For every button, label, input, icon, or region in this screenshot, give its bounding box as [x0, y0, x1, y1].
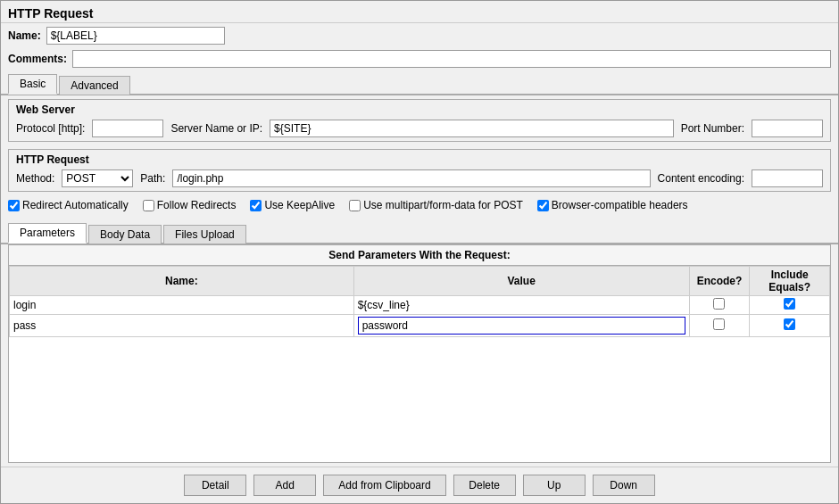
delete-button[interactable]: Delete	[453, 475, 516, 496]
use-multipart-checkbox[interactable]: Use multipart/form-data for POST	[349, 199, 523, 211]
inner-tab-bar: Parameters Body Data Files Upload	[1, 219, 838, 244]
row1-encode[interactable]	[689, 296, 750, 315]
use-keepalive-checkbox[interactable]: Use KeepAlive	[250, 199, 335, 211]
protocol-input[interactable]	[92, 120, 163, 137]
port-label: Port Number:	[681, 122, 744, 135]
table-row: login ${csv_line}	[10, 296, 830, 315]
name-label: Name:	[8, 29, 41, 42]
name-input[interactable]	[46, 27, 225, 45]
row1-value: ${csv_line}	[353, 296, 689, 315]
server-input[interactable]	[270, 120, 674, 137]
row2-value-input[interactable]	[358, 317, 685, 335]
comments-input[interactable]	[72, 50, 831, 68]
redirect-automatically-checkbox[interactable]: Redirect Automatically	[8, 199, 129, 211]
row1-include[interactable]	[750, 296, 830, 315]
row2-value[interactable]	[353, 315, 689, 337]
tab-files-upload[interactable]: Files Upload	[163, 225, 246, 244]
outer-tab-bar: Basic Advanced	[1, 70, 838, 95]
up-button[interactable]: Up	[523, 475, 586, 496]
window-title: HTTP Request	[1, 1, 838, 23]
follow-redirects-checkbox[interactable]: Follow Redirects	[143, 199, 237, 211]
params-header: Send Parameters With the Request:	[9, 245, 830, 266]
content-encoding-input[interactable]	[752, 169, 823, 187]
table-row: pass	[10, 315, 830, 337]
path-input[interactable]	[172, 169, 650, 187]
web-server-title: Web Server	[16, 103, 823, 116]
tab-advanced[interactable]: Advanced	[59, 76, 129, 95]
title-text: HTTP Request	[8, 6, 93, 21]
col-header-encode: Encode?	[689, 267, 750, 296]
method-select[interactable]: POST GET PUT DELETE HEAD OPTIONS	[62, 169, 133, 187]
content-encoding-label: Content encoding:	[658, 172, 744, 185]
row1-name: login	[10, 296, 354, 315]
server-label: Server Name or IP:	[170, 122, 262, 135]
name-row: Name:	[1, 23, 838, 48]
http-request-row: Method: POST GET PUT DELETE HEAD OPTIONS…	[16, 169, 823, 187]
comments-label: Comments:	[8, 53, 67, 65]
http-request-section: HTTP Request Method: POST GET PUT DELETE…	[8, 149, 831, 192]
add-button[interactable]: Add	[253, 475, 316, 496]
tab-basic[interactable]: Basic	[8, 74, 57, 95]
col-header-include: Include Equals?	[750, 267, 830, 296]
main-window: HTTP Request Name: Comments: Basic Advan…	[0, 0, 839, 504]
web-server-section: Web Server Protocol [http]: Server Name …	[8, 99, 831, 142]
protocol-label: Protocol [http]:	[16, 122, 85, 135]
row2-name: pass	[10, 315, 354, 337]
params-area: Send Parameters With the Request: Name: …	[8, 244, 831, 463]
params-table: Name: Value Encode? Include Equals? logi…	[9, 266, 830, 337]
add-from-clipboard-button[interactable]: Add from Clipboard	[323, 475, 445, 496]
path-label: Path:	[140, 172, 165, 185]
web-server-row: Protocol [http]: Server Name or IP: Port…	[16, 120, 823, 137]
col-header-name: Name:	[10, 267, 354, 296]
col-header-value: Value	[353, 267, 689, 296]
button-bar: Detail Add Add from Clipboard Delete Up …	[1, 467, 838, 503]
method-label: Method:	[16, 172, 54, 185]
tab-body-data[interactable]: Body Data	[88, 225, 162, 244]
detail-button[interactable]: Detail	[184, 475, 246, 496]
comments-row: Comments:	[1, 48, 838, 70]
row2-encode[interactable]	[689, 315, 750, 337]
checkboxes-row: Redirect Automatically Follow Redirects …	[1, 195, 838, 215]
row2-include[interactable]	[750, 315, 830, 337]
tab-parameters[interactable]: Parameters	[8, 223, 87, 244]
down-button[interactable]: Down	[593, 475, 655, 496]
browser-compatible-checkbox[interactable]: Browser-compatible headers	[537, 199, 688, 211]
http-request-title: HTTP Request	[16, 153, 823, 166]
port-input[interactable]	[752, 120, 823, 137]
